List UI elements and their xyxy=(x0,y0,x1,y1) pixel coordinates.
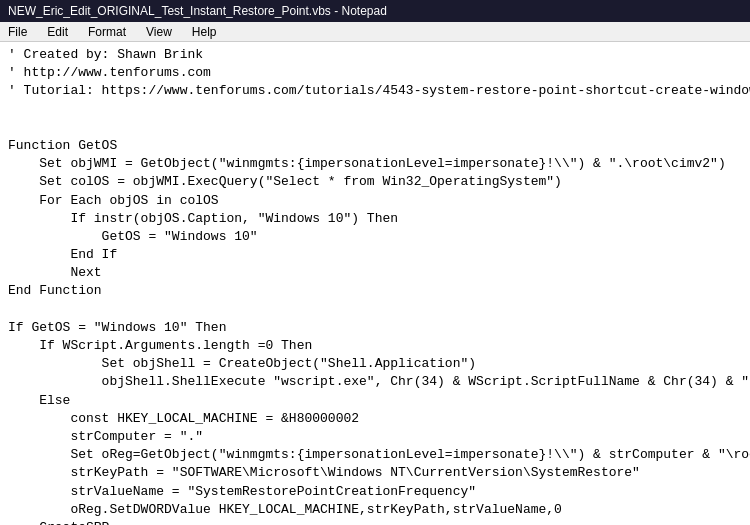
code-line: const HKEY_LOCAL_MACHINE = &H80000002 xyxy=(8,410,742,428)
menu-bar: File Edit Format View Help xyxy=(0,22,750,42)
code-line: oReg.SetDWORDValue HKEY_LOCAL_MACHINE,st… xyxy=(8,501,742,519)
menu-help[interactable]: Help xyxy=(188,25,221,39)
code-line: strValueName = "SystemRestorePointCreati… xyxy=(8,483,742,501)
code-line: If WScript.Arguments.length =0 Then xyxy=(8,337,742,355)
code-line: Function GetOS xyxy=(8,137,742,155)
code-line: End If xyxy=(8,246,742,264)
code-line: If GetOS = "Windows 10" Then xyxy=(8,319,742,337)
code-line: GetOS = "Windows 10" xyxy=(8,228,742,246)
code-line xyxy=(8,301,742,319)
code-line: Set oReg=GetObject("winmgmts:{impersonat… xyxy=(8,446,742,464)
code-line: strKeyPath = "SOFTWARE\Microsoft\Windows… xyxy=(8,464,742,482)
title-bar: NEW_Eric_Edit_ORIGINAL_Test_Instant_Rest… xyxy=(0,0,750,22)
menu-edit[interactable]: Edit xyxy=(43,25,72,39)
code-line: ' Tutorial: https://www.tenforums.com/tu… xyxy=(8,82,742,100)
menu-file[interactable]: File xyxy=(4,25,31,39)
editor-area[interactable]: ' Created by: Shawn Brink' http://www.te… xyxy=(0,42,750,525)
code-line: End Function xyxy=(8,282,742,300)
menu-format[interactable]: Format xyxy=(84,25,130,39)
code-line: CreateSRP xyxy=(8,519,742,525)
code-line: Set objShell = CreateObject("Shell.Appli… xyxy=(8,355,742,373)
code-line: objShell.ShellExecute "wscript.exe", Chr… xyxy=(8,373,742,391)
menu-view[interactable]: View xyxy=(142,25,176,39)
code-line: For Each objOS in colOS xyxy=(8,192,742,210)
code-line xyxy=(8,101,742,119)
code-line: Else xyxy=(8,392,742,410)
code-line: Set colOS = objWMI.ExecQuery("Select * f… xyxy=(8,173,742,191)
code-line: ' http://www.tenforums.com xyxy=(8,64,742,82)
code-line: ' Created by: Shawn Brink xyxy=(8,46,742,64)
code-line: strComputer = "." xyxy=(8,428,742,446)
title-text: NEW_Eric_Edit_ORIGINAL_Test_Instant_Rest… xyxy=(8,4,387,18)
code-line: Set objWMI = GetObject("winmgmts:{impers… xyxy=(8,155,742,173)
code-line: Next xyxy=(8,264,742,282)
code-line: If instr(objOS.Caption, "Windows 10") Th… xyxy=(8,210,742,228)
code-line xyxy=(8,119,742,137)
